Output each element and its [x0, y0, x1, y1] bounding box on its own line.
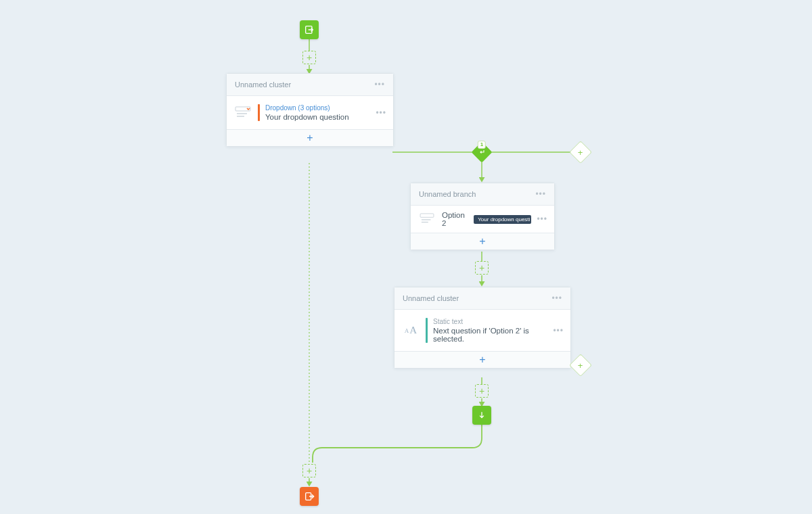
- branch-return-icon: [478, 148, 486, 156]
- card-header: Unnamed cluster •••: [394, 287, 570, 310]
- form-field-icon: [418, 211, 436, 227]
- plus-icon: +: [479, 354, 485, 365]
- field-menu-button[interactable]: •••: [537, 214, 547, 224]
- field-meta: Static text: [433, 318, 547, 325]
- card-title: Unnamed cluster: [403, 294, 459, 302]
- card-field-row[interactable]: AA Static text Next question if 'Option …: [394, 310, 570, 351]
- card-field-row[interactable]: Dropdown (3 options) Your dropdown quest…: [227, 96, 393, 129]
- end-node[interactable]: [300, 487, 319, 506]
- add-node-after-start[interactable]: +: [302, 51, 316, 64]
- branch-option-label: Option 2: [442, 211, 470, 227]
- add-branch-diamond-2[interactable]: +: [571, 356, 590, 375]
- plus-icon: +: [479, 386, 484, 396]
- exit-icon: [304, 491, 315, 502]
- add-node-after-cluster2[interactable]: +: [475, 384, 489, 398]
- connectors: [0, 0, 812, 514]
- static-text-icon: AA: [401, 323, 420, 339]
- branch-diamond[interactable]: 1: [472, 143, 491, 162]
- accent-bar: [426, 318, 428, 343]
- field-menu-button[interactable]: •••: [376, 108, 386, 118]
- card-header: Unnamed cluster •••: [227, 74, 393, 96]
- plus-icon: +: [307, 133, 313, 143]
- branch-card[interactable]: Unnamed branch ••• Option 2 Your dropdow…: [410, 183, 555, 250]
- cluster-card-2[interactable]: Unnamed cluster ••• AA Static text Next …: [394, 287, 571, 369]
- start-node[interactable]: [300, 20, 319, 39]
- card-header: Unnamed branch •••: [411, 183, 554, 206]
- dropdown-field-icon: [233, 105, 252, 121]
- add-node-before-end[interactable]: +: [302, 464, 316, 477]
- enter-icon: [304, 24, 315, 35]
- add-field-button[interactable]: +: [394, 351, 570, 368]
- plus-icon: +: [307, 53, 312, 62]
- plus-icon: +: [307, 466, 312, 475]
- accent-bar: [258, 104, 260, 121]
- add-branch-diamond[interactable]: +: [571, 143, 590, 162]
- arrow-down-icon: [477, 411, 487, 420]
- card-menu-button[interactable]: •••: [374, 80, 385, 89]
- add-node-after-branch[interactable]: +: [475, 261, 489, 275]
- branch-badge: 1: [478, 141, 486, 149]
- field-meta: Dropdown (3 options): [265, 104, 370, 112]
- flow-canvas[interactable]: + Unnamed cluster ••• Dropdown (3 option…: [0, 0, 812, 514]
- card-title: Unnamed cluster: [235, 80, 291, 89]
- card-menu-button[interactable]: •••: [551, 294, 562, 303]
- card-menu-button[interactable]: •••: [535, 189, 546, 199]
- plus-icon: +: [479, 263, 484, 273]
- source-question-chip: Your dropdown questi: [474, 215, 531, 224]
- svg-rect-15: [420, 214, 434, 217]
- plus-icon: +: [479, 236, 485, 247]
- field-menu-button[interactable]: •••: [553, 326, 564, 335]
- field-title: Your dropdown question: [265, 113, 370, 121]
- branch-row[interactable]: Option 2 Your dropdown questi •••: [411, 206, 554, 233]
- card-title: Unnamed branch: [419, 190, 476, 198]
- field-title: Next question if 'Option 2' is selected.: [433, 327, 547, 343]
- cluster-card-1[interactable]: Unnamed cluster ••• Dropdown (3 options)…: [226, 73, 394, 147]
- merge-node[interactable]: [472, 406, 491, 425]
- add-condition-button[interactable]: +: [411, 233, 554, 250]
- add-field-button[interactable]: +: [227, 129, 393, 146]
